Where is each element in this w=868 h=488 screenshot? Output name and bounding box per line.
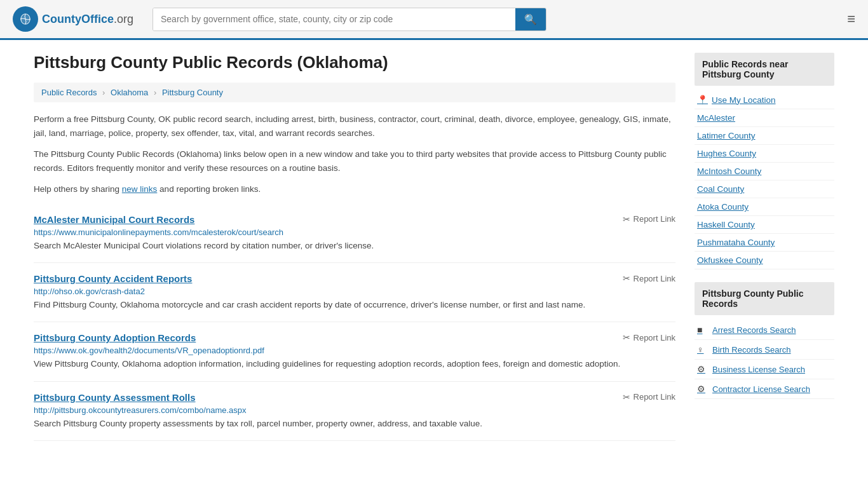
- new-links-link[interactable]: new links: [122, 184, 158, 194]
- contractor-icon: ⚙: [697, 384, 707, 394]
- birth-records-link[interactable]: ♀ Birth Records Search: [695, 340, 834, 360]
- sidebar-link-mcintosh[interactable]: McIntosh County: [695, 163, 834, 180]
- breadcrumb-oklahoma[interactable]: Oklahoma: [111, 88, 148, 97]
- record-desc: Search McAlester Municipal Court violati…: [34, 240, 675, 252]
- record-header: Pittsburg County Adoption Records ✂ Repo…: [34, 332, 675, 343]
- sidebar-link-hughes[interactable]: Hughes County: [695, 145, 834, 163]
- page-title: Pittsburg County Public Records (Oklahom…: [34, 53, 675, 72]
- breadcrumb-pittsburg[interactable]: Pittsburg County: [162, 88, 223, 97]
- business-license-link[interactable]: ⚙ Business License Search: [695, 360, 834, 379]
- breadcrumb-sep-2: ›: [154, 88, 156, 97]
- sidebar-link-mcalester[interactable]: McAlester: [695, 109, 834, 127]
- record-title[interactable]: Pittsburg County Assessment Rolls: [34, 392, 196, 403]
- record-desc: Search Pittsburg County property assessm…: [34, 417, 675, 430]
- breadcrumb: Public Records › Oklahoma › Pittsburg Co…: [34, 83, 675, 102]
- record-item: McAlester Municipal Court Records ✂ Repo…: [34, 204, 675, 263]
- logo-area: CountyOffice.org: [13, 6, 140, 32]
- birth-icon: ♀: [697, 344, 707, 355]
- hamburger-icon: ≡: [847, 11, 855, 27]
- sidebar-link-coal[interactable]: Coal County: [695, 180, 834, 198]
- record-header: Pittsburg County Accident Reports ✂ Repo…: [34, 273, 675, 284]
- search-button[interactable]: 🔍: [515, 8, 546, 30]
- report-icon: ✂: [623, 332, 630, 342]
- breadcrumb-sep-1: ›: [102, 88, 105, 97]
- record-desc: Find Pittsburg County, Oklahoma motorcyc…: [34, 299, 675, 311]
- search-bar: 🔍: [153, 8, 546, 31]
- nearby-header: Public Records near Pittsburg County: [695, 53, 834, 86]
- description-3: Help others by sharing new links and rep…: [34, 182, 675, 196]
- record-url[interactable]: http://pittsburg.okcountytreasurers.com/…: [34, 405, 675, 415]
- sidebar: Public Records near Pittsburg County 📍 U…: [695, 53, 834, 441]
- breadcrumb-public-records[interactable]: Public Records: [41, 88, 97, 97]
- sidebar-link-atoka[interactable]: Atoka County: [695, 198, 834, 216]
- report-link-btn[interactable]: ✂ Report Link: [623, 392, 675, 402]
- record-desc: View Pittsburg County, Oklahoma adoption…: [34, 358, 675, 370]
- report-link-btn[interactable]: ✂ Report Link: [623, 273, 675, 283]
- search-input[interactable]: [153, 8, 515, 30]
- records-section: Pittsburg County Public Records ■ Arrest…: [695, 282, 834, 399]
- arrest-icon: ■: [697, 325, 707, 335]
- search-icon: 🔍: [524, 14, 537, 25]
- record-title[interactable]: McAlester Municipal Court Records: [34, 214, 194, 225]
- arrest-records-link[interactable]: ■ Arrest Records Search: [695, 320, 834, 340]
- description-2: The Pittsburg County Public Records (Okl…: [34, 147, 675, 175]
- report-icon: ✂: [623, 392, 630, 402]
- report-icon: ✂: [623, 273, 630, 283]
- record-url[interactable]: https://www.municipalonlinepayments.com/…: [34, 227, 675, 237]
- record-item: Pittsburg County Assessment Rolls ✂ Repo…: [34, 382, 675, 441]
- business-icon: ⚙: [697, 364, 707, 374]
- use-location-link[interactable]: 📍 Use My Location: [695, 91, 834, 109]
- site-header: CountyOffice.org 🔍 ≡: [0, 0, 868, 40]
- main-content: Pittsburg County Public Records (Oklahom…: [34, 53, 675, 441]
- sidebar-link-latimer[interactable]: Latimer County: [695, 127, 834, 145]
- record-item: Pittsburg County Accident Reports ✂ Repo…: [34, 263, 675, 322]
- sidebar-link-pushmataha[interactable]: Pushmataha County: [695, 234, 834, 252]
- record-item: Pittsburg County Adoption Records ✂ Repo…: [34, 322, 675, 381]
- record-header: McAlester Municipal Court Records ✂ Repo…: [34, 214, 675, 225]
- record-url[interactable]: http://ohso.ok.gov/crash-data2: [34, 287, 675, 296]
- record-title[interactable]: Pittsburg County Adoption Records: [34, 332, 196, 343]
- records-header: Pittsburg County Public Records: [695, 282, 834, 315]
- logo-text: CountyOffice.org: [42, 13, 133, 26]
- record-url[interactable]: https://www.ok.gov/health2/documents/VR_…: [34, 346, 675, 355]
- nearby-section: Public Records near Pittsburg County 📍 U…: [695, 53, 834, 269]
- record-header: Pittsburg County Assessment Rolls ✂ Repo…: [34, 392, 675, 403]
- menu-button[interactable]: ≡: [847, 11, 855, 27]
- sidebar-link-haskell[interactable]: Haskell County: [695, 216, 834, 234]
- report-icon: ✂: [623, 214, 630, 224]
- logo-icon: [13, 6, 38, 32]
- record-title[interactable]: Pittsburg County Accident Reports: [34, 273, 192, 284]
- location-pin-icon: 📍: [697, 95, 708, 105]
- report-link-btn[interactable]: ✂ Report Link: [623, 214, 675, 224]
- report-link-btn[interactable]: ✂ Report Link: [623, 332, 675, 342]
- sidebar-link-okfuskee[interactable]: Okfuskee County: [695, 252, 834, 269]
- main-container: Pittsburg County Public Records (Oklahom…: [21, 40, 847, 454]
- description-1: Perform a free Pittsburg County, OK publ…: [34, 112, 675, 140]
- contractor-license-link[interactable]: ⚙ Contractor License Search: [695, 379, 834, 399]
